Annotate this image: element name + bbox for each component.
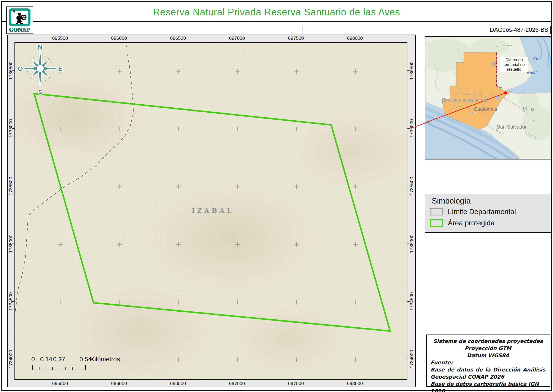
map-document-page: CONAP Reserva Natural Privada Reserva Sa… bbox=[0, 0, 553, 392]
compass-south-label: S bbox=[38, 89, 42, 95]
legend-item-departmental: Límite Departamental bbox=[430, 208, 516, 216]
inset-locator-map: Guatemala Guatemala San Salvador H o B G… bbox=[425, 36, 552, 160]
grid-cross-marks bbox=[58, 69, 358, 362]
scale-bar-ticks bbox=[33, 365, 86, 370]
grid-tick-top bbox=[119, 40, 119, 42]
grid-tick-bottom bbox=[60, 380, 60, 382]
departmental-boundary-swatch bbox=[430, 208, 443, 216]
compass-north-label: N bbox=[38, 44, 42, 51]
grid-tick-bottom bbox=[237, 380, 237, 382]
grid-tick-top bbox=[296, 40, 296, 42]
grid-tick-bottom bbox=[178, 380, 178, 382]
projection-line: Sistema de coordenadas proyectadas bbox=[430, 338, 546, 345]
locator-connector-line bbox=[412, 121, 426, 128]
scale-tick-label: 0.54 bbox=[79, 356, 92, 363]
grid-tick-bottom bbox=[296, 380, 296, 382]
locator-dot bbox=[504, 91, 507, 94]
legend-title: Simbología bbox=[432, 196, 471, 205]
grid-tick-right bbox=[408, 359, 410, 359]
inset-san-salvador-label: San Salvador bbox=[497, 124, 527, 130]
grid-tick-left bbox=[12, 70, 14, 71]
page-title: Reserva Natural Privada Reserva Santuari… bbox=[0, 7, 553, 18]
grid-tick-right bbox=[408, 128, 410, 129]
scale-bar: 0 0.14 0.27 0.54 Kilómetros bbox=[31, 356, 135, 372]
compass-east-label: E bbox=[58, 65, 62, 72]
grid-tick-top bbox=[178, 40, 178, 42]
compass-west-label: O bbox=[18, 65, 23, 72]
grid-tick-left bbox=[12, 128, 14, 129]
scale-tick-label: 0 bbox=[31, 356, 35, 363]
legend-item-label: Límite Departamental bbox=[448, 208, 516, 216]
y-axis-label-right: 1736500 bbox=[409, 61, 415, 80]
main-map: N E S O 0 0.14 0.27 0.54 Kilómetros bbox=[14, 42, 408, 380]
header-divider bbox=[2, 21, 551, 22]
source-line: Base de datos de la Dirección Análisis G… bbox=[430, 366, 546, 381]
y-axis-label-right: 1734000 bbox=[409, 350, 415, 368]
map-info-box: Sistema de coordenadas proyectadas Proye… bbox=[426, 335, 550, 387]
grid-tick-top bbox=[355, 40, 355, 42]
inset-capital-label: Guatemala bbox=[474, 106, 497, 112]
projection-line: Proyección GTM bbox=[430, 345, 546, 352]
region-label-izabal: IZABAL bbox=[180, 207, 245, 214]
grid-tick-right bbox=[408, 186, 410, 186]
inset-map-layers: Guatemala Guatemala San Salvador H o B G… bbox=[425, 37, 552, 159]
grid-tick-bottom bbox=[355, 380, 355, 382]
inset-elevation-label: 721 bbox=[426, 120, 432, 124]
y-axis-label-right: 1734500 bbox=[409, 292, 415, 311]
inset-sea-label-1: Gu bbox=[533, 56, 538, 61]
callout-line: territorial no bbox=[504, 62, 525, 67]
legend-item-label: Área protegida bbox=[448, 219, 494, 227]
grid-tick-left bbox=[12, 186, 14, 186]
scale-tick-label: 0.27 bbox=[53, 356, 65, 363]
source-line: Base de datos cartografía básica IGN 201… bbox=[430, 381, 546, 392]
conap-logo-icon: CONAP bbox=[7, 7, 33, 34]
y-axis-label-right: 1735500 bbox=[409, 177, 415, 195]
conap-logo: CONAP bbox=[6, 7, 33, 34]
scale-tick-label: 0.14 bbox=[40, 356, 52, 363]
source-label: Fuente: bbox=[430, 359, 546, 366]
grid-tick-right bbox=[408, 301, 410, 302]
inset-country-label: Guatemala bbox=[442, 97, 489, 104]
diferendo-callout: Diferendo territorial no resuelto bbox=[500, 57, 528, 72]
grid-tick-right bbox=[408, 70, 410, 71]
conap-logo-text: CONAP bbox=[9, 27, 30, 33]
scale-unit-label: Kilómetros bbox=[90, 356, 120, 363]
grid-tick-left bbox=[12, 301, 14, 302]
legend: Simbología Límite Departamental Área pro… bbox=[425, 194, 552, 233]
grid-tick-left bbox=[12, 359, 14, 359]
callout-line: resuelto bbox=[507, 67, 521, 71]
inset-honduras-label: H o bbox=[523, 106, 535, 112]
callout-line: Diferendo bbox=[505, 57, 523, 62]
grid-tick-top bbox=[237, 40, 237, 42]
grid-tick-top bbox=[60, 40, 60, 42]
y-axis-label-right: 1735000 bbox=[409, 234, 415, 253]
compass-rose-icon: N E S O bbox=[16, 43, 65, 96]
grid-tick-right bbox=[408, 244, 410, 244]
inset-belize-label: B bbox=[492, 61, 496, 67]
document-id: DAGeos-487-2026-BS bbox=[302, 26, 551, 34]
grid-tick-bottom bbox=[119, 380, 119, 382]
inset-capital-dot bbox=[472, 112, 475, 114]
legend-item-protected-area: Área protegida bbox=[430, 219, 494, 227]
grid-tick-left bbox=[12, 244, 14, 244]
projection-line: Datum WGS84 bbox=[430, 352, 546, 359]
protected-area-swatch bbox=[430, 219, 443, 227]
